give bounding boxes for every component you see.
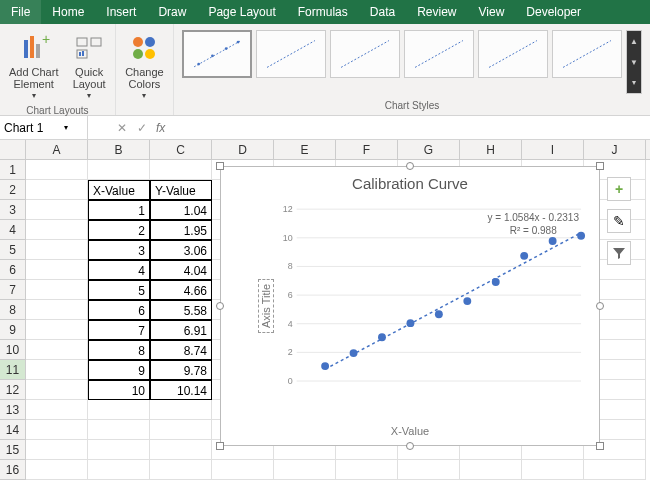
chart-style-thumb[interactable] [182, 30, 252, 78]
tab-page-layout[interactable]: Page Layout [197, 0, 286, 24]
column-header[interactable]: F [336, 140, 398, 159]
cell[interactable] [26, 460, 88, 480]
resize-handle[interactable] [596, 302, 604, 310]
cell[interactable]: 8.74 [150, 340, 212, 360]
cell[interactable] [212, 460, 274, 480]
chart-style-thumb[interactable] [256, 30, 326, 78]
row-header[interactable]: 10 [0, 340, 26, 360]
cell[interactable] [26, 240, 88, 260]
cancel-formula-button[interactable]: ✕ [112, 121, 132, 135]
cell[interactable] [150, 440, 212, 460]
column-header[interactable]: I [522, 140, 584, 159]
cell[interactable] [522, 460, 584, 480]
cell[interactable]: 3 [88, 240, 150, 260]
cell[interactable]: Y-Value [150, 180, 212, 200]
column-header[interactable]: B [88, 140, 150, 159]
column-header[interactable]: E [274, 140, 336, 159]
row-header[interactable]: 6 [0, 260, 26, 280]
cell[interactable] [26, 200, 88, 220]
row-header[interactable]: 13 [0, 400, 26, 420]
cell[interactable]: 10.14 [150, 380, 212, 400]
name-box-input[interactable] [4, 121, 64, 135]
cell[interactable] [26, 180, 88, 200]
name-box-dropdown-icon[interactable]: ▾ [64, 123, 68, 132]
column-header[interactable]: G [398, 140, 460, 159]
chart-styles-button[interactable]: ✎ [607, 209, 631, 233]
embedded-chart[interactable]: + ✎ Calibration Curve Axis Title y = 1.0… [220, 166, 600, 446]
resize-handle[interactable] [596, 442, 604, 450]
tab-data[interactable]: Data [359, 0, 406, 24]
change-colors-button[interactable]: Change Colors▾ [120, 30, 169, 103]
cell[interactable]: 1.04 [150, 200, 212, 220]
cell[interactable] [336, 460, 398, 480]
cell[interactable]: 1 [88, 200, 150, 220]
cell[interactable]: 2 [88, 220, 150, 240]
cell[interactable] [26, 340, 88, 360]
row-header[interactable]: 12 [0, 380, 26, 400]
cell[interactable] [398, 460, 460, 480]
cell[interactable] [26, 280, 88, 300]
cell[interactable] [26, 420, 88, 440]
column-header[interactable]: A [26, 140, 88, 159]
quick-layout-button[interactable]: Quick Layout▾ [67, 30, 111, 103]
cell[interactable] [88, 460, 150, 480]
resize-handle[interactable] [216, 442, 224, 450]
x-axis-title[interactable]: X-Value [391, 425, 429, 437]
cell[interactable]: 6.91 [150, 320, 212, 340]
chart-style-thumb[interactable] [552, 30, 622, 78]
resize-handle[interactable] [216, 302, 224, 310]
row-header[interactable]: 15 [0, 440, 26, 460]
scroll-down-icon[interactable]: ▼ [627, 52, 641, 73]
cell[interactable]: 3.06 [150, 240, 212, 260]
fx-label[interactable]: fx [152, 121, 169, 135]
cell[interactable] [460, 460, 522, 480]
tab-insert[interactable]: Insert [95, 0, 147, 24]
cell[interactable]: 6 [88, 300, 150, 320]
row-header[interactable]: 9 [0, 320, 26, 340]
chart-plot-area[interactable]: 024681012 [271, 203, 587, 401]
chart-style-thumb[interactable] [404, 30, 474, 78]
tab-developer[interactable]: Developer [515, 0, 592, 24]
cell[interactable] [88, 440, 150, 460]
name-box[interactable]: ▾ [0, 116, 88, 139]
cell[interactable]: 5 [88, 280, 150, 300]
column-header[interactable]: D [212, 140, 274, 159]
chart-title[interactable]: Calibration Curve [221, 167, 599, 194]
column-header[interactable]: C [150, 140, 212, 159]
select-all-corner[interactable] [0, 140, 26, 159]
tab-home[interactable]: Home [41, 0, 95, 24]
cell[interactable] [88, 400, 150, 420]
cell[interactable] [274, 460, 336, 480]
cell[interactable]: 7 [88, 320, 150, 340]
cell[interactable] [150, 400, 212, 420]
chart-filter-button[interactable] [607, 241, 631, 265]
cell[interactable]: 10 [88, 380, 150, 400]
cell[interactable] [26, 320, 88, 340]
resize-handle[interactable] [216, 162, 224, 170]
cell[interactable] [26, 360, 88, 380]
row-header[interactable]: 7 [0, 280, 26, 300]
row-header[interactable]: 11 [0, 360, 26, 380]
formula-input[interactable] [169, 121, 650, 135]
cell[interactable]: 5.58 [150, 300, 212, 320]
cell[interactable] [88, 420, 150, 440]
row-header[interactable]: 14 [0, 420, 26, 440]
chart-style-thumb[interactable] [330, 30, 400, 78]
cell[interactable] [26, 300, 88, 320]
cell[interactable] [26, 440, 88, 460]
row-header[interactable]: 8 [0, 300, 26, 320]
cell[interactable]: 9.78 [150, 360, 212, 380]
cell[interactable]: 4.04 [150, 260, 212, 280]
add-chart-element-button[interactable]: + Add Chart Element▾ [4, 30, 63, 103]
tab-draw[interactable]: Draw [147, 0, 197, 24]
cell[interactable]: 9 [88, 360, 150, 380]
chart-style-thumb[interactable] [478, 30, 548, 78]
row-header[interactable]: 5 [0, 240, 26, 260]
row-header[interactable]: 16 [0, 460, 26, 480]
cell[interactable] [150, 160, 212, 180]
tab-file[interactable]: File [0, 0, 41, 24]
resize-handle[interactable] [596, 162, 604, 170]
cell[interactable] [26, 380, 88, 400]
cell[interactable] [26, 400, 88, 420]
cell[interactable] [150, 460, 212, 480]
